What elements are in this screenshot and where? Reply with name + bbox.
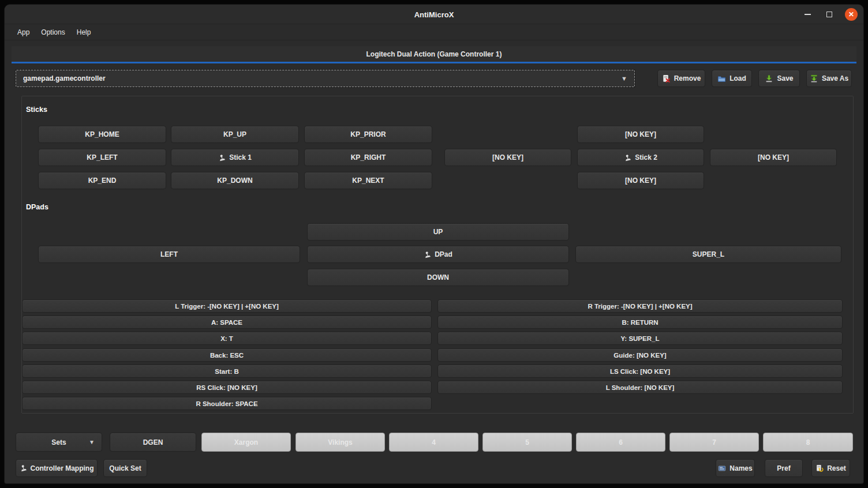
- tab-controller-label: Logitech Dual Action (Game Controller 1): [366, 50, 502, 58]
- reset-button[interactable]: Reset: [811, 459, 850, 477]
- set-tab-4[interactable]: 4: [389, 433, 478, 452]
- titlebar[interactable]: AntiMicroX ✕: [5, 5, 863, 24]
- l-shoulder-button[interactable]: L Shoulder: [NO KEY]: [437, 381, 843, 394]
- stick1-center-button[interactable]: Stick 1: [171, 149, 299, 166]
- remove-button-label: Remove: [674, 74, 701, 82]
- load-button-label: Load: [729, 74, 746, 82]
- a-button[interactable]: A: SPACE: [22, 316, 432, 329]
- save-as-icon: [810, 74, 818, 83]
- set-tab-3[interactable]: Vikings: [295, 433, 385, 452]
- sets-selector-button[interactable]: Sets ▼: [16, 433, 102, 452]
- menu-options[interactable]: Options: [35, 26, 70, 39]
- set-tab-6[interactable]: 6: [576, 433, 665, 452]
- set-tab-5[interactable]: 5: [482, 433, 572, 452]
- stick1-left-button[interactable]: KP_LEFT: [38, 149, 166, 166]
- menu-help[interactable]: Help: [71, 26, 97, 39]
- joystick-icon: [624, 154, 631, 162]
- remove-icon: [662, 74, 671, 83]
- stick1-up-right-button[interactable]: KP_PRIOR: [304, 126, 432, 143]
- stick2-right-button[interactable]: [NO KEY]: [710, 149, 837, 166]
- save-as-button[interactable]: Save As: [806, 70, 852, 87]
- ls-click-button[interactable]: LS Click: [NO KEY]: [437, 365, 843, 378]
- joystick-icon: [218, 154, 226, 162]
- set-tab-2[interactable]: Xargon: [201, 433, 291, 452]
- sets-selector-label: Sets: [51, 438, 66, 446]
- maximize-icon: [826, 12, 832, 17]
- window-title: AntiMicroX: [5, 5, 863, 24]
- profile-combobox-value: gamepad.gamecontroller: [23, 74, 621, 82]
- x-button[interactable]: X: T: [22, 332, 432, 345]
- dpads-section-label: DPads: [26, 203, 48, 211]
- minimize-icon: [805, 14, 811, 15]
- controller-mapping-button[interactable]: Controller Mapping: [16, 459, 98, 477]
- rs-click-button[interactable]: RS Click: [NO KEY]: [22, 381, 432, 394]
- guide-button[interactable]: Guide: [NO KEY]: [437, 348, 843, 362]
- set-tab-1[interactable]: DGEN: [110, 433, 196, 452]
- stick1-down-left-button[interactable]: KP_END: [38, 172, 166, 189]
- stick1-right-button[interactable]: KP_RIGHT: [304, 149, 432, 166]
- dpad-center-button[interactable]: DPad: [307, 246, 569, 263]
- save-as-button-label: Save As: [822, 74, 848, 82]
- stick1-down-button[interactable]: KP_DOWN: [171, 172, 299, 189]
- stick2-center-label: Stick 2: [635, 153, 657, 162]
- chevron-down-icon: ▼: [621, 75, 627, 82]
- names-button-label: Names: [729, 464, 752, 472]
- tab-controller[interactable]: Logitech Dual Action (Game Controller 1): [12, 46, 856, 63]
- app-window: AntiMicroX ✕ App Options Help Logitech D…: [5, 5, 863, 483]
- stick1-up-button[interactable]: KP_UP: [171, 126, 299, 143]
- sticks-section-label: Sticks: [26, 106, 47, 114]
- stick2-up-button[interactable]: [NO KEY]: [577, 126, 704, 143]
- l-trigger-button[interactable]: L Trigger: -[NO KEY] | +[NO KEY]: [22, 299, 432, 313]
- start-button[interactable]: Start: B: [22, 365, 432, 378]
- load-button[interactable]: Load: [712, 70, 752, 87]
- save-button[interactable]: Save: [758, 70, 800, 87]
- menubar: App Options Help: [5, 25, 863, 40]
- dpad-left-button[interactable]: LEFT: [38, 246, 300, 263]
- reset-button-label: Reset: [827, 464, 846, 472]
- r-shoulder-button[interactable]: R Shoulder: SPACE: [22, 397, 432, 410]
- reset-icon: [815, 464, 824, 472]
- set-tab-8[interactable]: 8: [763, 433, 853, 452]
- dpad-center-label: DPad: [435, 250, 452, 258]
- dpad-down-button[interactable]: DOWN: [307, 269, 569, 286]
- stick1-center-label: Stick 1: [229, 153, 252, 162]
- names-button[interactable]: Names: [716, 459, 755, 477]
- minimize-button[interactable]: [801, 8, 814, 21]
- close-button[interactable]: ✕: [845, 8, 858, 21]
- maximize-button[interactable]: [823, 8, 836, 21]
- dpad-up-button[interactable]: UP: [307, 223, 569, 241]
- r-trigger-button[interactable]: R Trigger: -[NO KEY] | +[NO KEY]: [437, 299, 843, 313]
- dpad-right-button[interactable]: SUPER_L: [575, 246, 841, 263]
- menu-app[interactable]: App: [12, 26, 35, 39]
- stick1-down-right-button[interactable]: KP_NEXT: [304, 172, 432, 189]
- stick2-center-button[interactable]: Stick 2: [577, 149, 704, 166]
- stick1-up-left-button[interactable]: KP_HOME: [38, 126, 166, 143]
- profile-combobox[interactable]: gamepad.gamecontroller ▼: [16, 70, 635, 87]
- set-tab-7[interactable]: 7: [669, 433, 759, 452]
- close-icon: ✕: [848, 11, 854, 18]
- joystick-icon: [424, 251, 431, 258]
- back-button[interactable]: Back: ESC: [22, 348, 432, 362]
- quick-set-button[interactable]: Quick Set: [103, 459, 147, 477]
- pref-button[interactable]: Pref: [765, 459, 803, 477]
- save-button-label: Save: [777, 74, 793, 82]
- window-controls: ✕: [801, 5, 858, 24]
- joystick-icon: [20, 464, 27, 472]
- y-button[interactable]: Y: SUPER_L: [437, 332, 843, 345]
- load-folder-icon: [717, 74, 726, 83]
- stick2-down-button[interactable]: [NO KEY]: [577, 172, 704, 189]
- chevron-down-icon: ▼: [89, 439, 95, 445]
- stick2-left-button[interactable]: [NO KEY]: [444, 149, 571, 166]
- remove-button[interactable]: Remove: [657, 70, 705, 87]
- names-icon: [718, 464, 726, 472]
- controller-mapping-label: Controller Mapping: [31, 464, 94, 472]
- save-icon: [765, 74, 773, 83]
- b-button[interactable]: B: RETURN: [437, 316, 843, 329]
